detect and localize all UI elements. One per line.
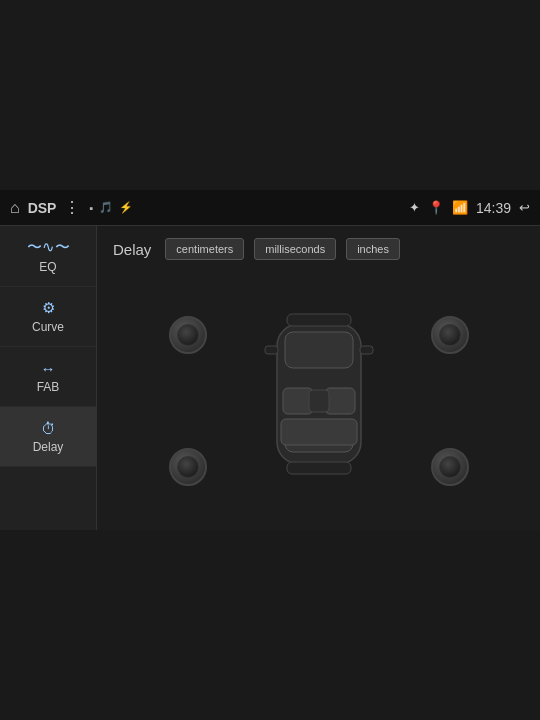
sidebar-item-fab-label: FAB: [37, 380, 60, 394]
speaker-front-right[interactable]: [431, 316, 469, 354]
location-icon: 📍: [428, 200, 444, 215]
status-left: ⌂ DSP ⋮ ▪ 🎵 ⚡: [10, 198, 133, 217]
svg-rect-7: [287, 314, 351, 326]
svg-rect-10: [360, 346, 373, 354]
speaker-rear-right[interactable]: [431, 448, 469, 486]
unit-btn-centimeters[interactable]: centimeters: [165, 238, 244, 260]
svg-rect-5: [281, 419, 357, 445]
car-diagram-area: [113, 274, 524, 518]
sidebar-item-delay[interactable]: ⏱ Delay: [0, 407, 96, 467]
curve-icon: ⚙: [42, 299, 55, 317]
svg-rect-8: [287, 462, 351, 474]
bluetooth-icon: ✦: [409, 200, 420, 215]
eq-icon: 〜∿〜: [27, 238, 70, 257]
svg-rect-1: [285, 332, 353, 368]
sidebar-item-curve-label: Curve: [32, 320, 64, 334]
car-svg: [259, 294, 379, 494]
usb-icon: ⚡: [119, 201, 133, 214]
svg-rect-9: [265, 346, 278, 354]
sidebar-item-eq[interactable]: 〜∿〜 EQ: [0, 226, 96, 287]
unit-btn-inches[interactable]: inches: [346, 238, 400, 260]
back-icon[interactable]: ↩: [519, 200, 530, 215]
top-row: Delay centimeters milliseconds inches: [113, 238, 524, 260]
sidebar-item-eq-label: EQ: [39, 260, 56, 274]
status-right: ✦ 📍 📶 14:39 ↩: [409, 200, 530, 216]
section-title: Delay: [113, 241, 151, 258]
main-area: 〜∿〜 EQ ⚙ Curve ↔ FAB ⏱ Delay Delay centi…: [0, 226, 540, 530]
unit-btn-milliseconds[interactable]: milliseconds: [254, 238, 336, 260]
fab-icon: ↔: [41, 360, 56, 377]
record-icon: ▪: [89, 202, 93, 214]
status-icons: ▪ 🎵 ⚡: [89, 201, 133, 214]
screen: ⌂ DSP ⋮ ▪ 🎵 ⚡ ✦ 📍 📶 14:39 ↩ 〜∿〜 EQ: [0, 190, 540, 530]
delay-icon: ⏱: [41, 420, 56, 437]
speaker-front-left[interactable]: [169, 316, 207, 354]
content-area: Delay centimeters milliseconds inches: [97, 226, 540, 530]
diagram-container: [149, 286, 489, 506]
app-label: DSP: [28, 200, 57, 216]
home-icon[interactable]: ⌂: [10, 199, 20, 217]
sidebar-item-curve[interactable]: ⚙ Curve: [0, 287, 96, 347]
status-bar: ⌂ DSP ⋮ ▪ 🎵 ⚡ ✦ 📍 📶 14:39 ↩: [0, 190, 540, 226]
menu-dots-icon[interactable]: ⋮: [64, 198, 81, 217]
sidebar: 〜∿〜 EQ ⚙ Curve ↔ FAB ⏱ Delay: [0, 226, 97, 530]
audio-icon: 🎵: [99, 201, 113, 214]
sidebar-item-delay-label: Delay: [33, 440, 64, 454]
car-svg-container: [259, 294, 379, 498]
svg-rect-6: [309, 390, 329, 412]
sidebar-item-fab[interactable]: ↔ FAB: [0, 347, 96, 407]
speaker-rear-left[interactable]: [169, 448, 207, 486]
time-display: 14:39: [476, 200, 511, 216]
wifi-icon: 📶: [452, 200, 468, 215]
